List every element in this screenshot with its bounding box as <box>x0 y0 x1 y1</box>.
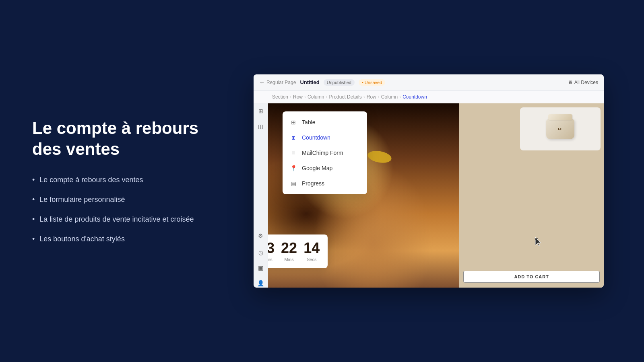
dropdown-item-countdown-label: Countdown <box>302 134 330 141</box>
bullet-list: Le compte à rebours des ventesLe formula… <box>32 175 201 245</box>
monitor-icon: 🖥 <box>568 80 573 85</box>
timer-hours-value: 13 <box>268 241 275 255</box>
breadcrumb-row2[interactable]: Row <box>367 94 376 100</box>
jar-lid <box>548 114 572 120</box>
timer-hours: 13 Hours <box>268 241 275 262</box>
timer-secs-value: 14 <box>303 241 320 255</box>
dropdown-item-mailchimp-label: MailChimp Form <box>302 150 343 156</box>
product-jar: EH <box>542 114 578 144</box>
browser-topbar: ← Regular Page Untitled Unpublished Unsa… <box>254 74 604 90</box>
dropdown-item-countdown[interactable]: ⧗ Countdown <box>283 130 367 145</box>
bullet-item: La liste de produits de vente incitative… <box>32 214 201 225</box>
sep4: › <box>363 94 365 100</box>
dropdown-item-table-label: Table <box>302 119 315 125</box>
unsaved-badge: Unsaved <box>359 79 385 86</box>
timer-hours-label: Hours <box>268 257 272 262</box>
sidebar-user-icon[interactable]: 👤 <box>256 279 265 288</box>
sep5: › <box>378 94 380 100</box>
right-panel: ← Regular Page Untitled Unpublished Unsa… <box>225 66 644 296</box>
product-area: EH ADD TO CART <box>459 103 604 288</box>
sidebar-icons: ⊞ ◫ ⚙ ◷ ▣ 👤 <box>254 103 268 288</box>
sidebar-layers-icon[interactable]: ◫ <box>256 122 265 131</box>
breadcrumb-countdown[interactable]: Countdown <box>402 94 427 100</box>
breadcrumb-column1[interactable]: Column <box>308 94 324 100</box>
map-icon: 📍 <box>290 165 297 172</box>
dropdown-item-progress-label: Progress <box>302 180 324 187</box>
countdown-icon: ⧗ <box>290 134 297 141</box>
dropdown-menu: ⊞ Table ⧗ Countdown ≡ MailChimp Form 📍 G… <box>283 111 367 194</box>
timer-mins: 22 Mins <box>281 241 297 262</box>
progress-icon: ▤ <box>290 180 297 187</box>
sep1: › <box>290 94 291 100</box>
browser-window: ← Regular Page Untitled Unpublished Unsa… <box>254 74 604 288</box>
dropdown-item-googlemap-label: Google Map <box>302 165 332 171</box>
breadcrumb-bar: Section › Row › Column › Product Details… <box>254 90 604 103</box>
sep6: › <box>399 94 401 100</box>
sep3: › <box>326 94 327 100</box>
all-devices[interactable]: 🖥 All Devices <box>568 80 598 85</box>
timer-secs-label: Secs <box>307 257 316 262</box>
sidebar-clock-icon[interactable]: ◷ <box>256 248 265 257</box>
back-arrow-icon: ← <box>259 79 265 86</box>
page-content: EH ADD TO CART 03 Days 13 Hour <box>268 103 604 288</box>
breadcrumb-section[interactable]: Section <box>272 94 288 100</box>
sidebar-image-icon[interactable]: ▣ <box>256 263 265 272</box>
mailchimp-icon: ≡ <box>290 149 297 156</box>
cursor <box>535 237 543 245</box>
dropdown-item-mailchimp[interactable]: ≡ MailChimp Form <box>283 145 367 160</box>
sidebar-grid-icon[interactable]: ⊞ <box>256 107 265 115</box>
bullet-item: Les boutons d'achat stylés <box>32 234 201 245</box>
timer-secs: 14 Secs <box>303 241 320 262</box>
jar-body: EH <box>546 119 574 139</box>
browser-back[interactable]: ← Regular Page <box>259 79 296 86</box>
all-devices-label: All Devices <box>574 80 598 85</box>
breadcrumb-row1[interactable]: Row <box>293 94 303 100</box>
dropdown-item-googlemap[interactable]: 📍 Google Map <box>283 160 367 176</box>
page-title: Untitled <box>300 79 319 85</box>
browser-content: ⊞ ◫ ⚙ ◷ ▣ 👤 <box>254 103 604 288</box>
breadcrumb-column2[interactable]: Column <box>381 94 398 100</box>
timer-mins-value: 22 <box>281 241 297 255</box>
unpublished-badge: Unpublished <box>324 79 355 86</box>
timer-mins-label: Mins <box>285 257 294 262</box>
left-panel: Le compte à rebours des ventes Le compte… <box>0 94 225 269</box>
product-card: EH <box>520 107 601 150</box>
page-label: Regular Page <box>266 80 296 85</box>
dropdown-item-progress[interactable]: ▤ Progress <box>283 176 367 191</box>
bullet-item: Le formulaire personnalisé <box>32 194 201 205</box>
countdown-timer: 03 Days 13 Hours 22 Mins 14 Secs <box>268 234 328 268</box>
sidebar-settings-icon[interactable]: ⚙ <box>256 231 265 240</box>
sep2: › <box>304 94 306 100</box>
dropdown-item-table[interactable]: ⊞ Table <box>283 115 367 130</box>
bullet-item: Le compte à rebours des ventes <box>32 175 201 185</box>
main-title: Le compte à rebours des ventes <box>32 118 201 160</box>
table-icon: ⊞ <box>290 119 297 126</box>
add-to-cart-button[interactable]: ADD TO CART <box>463 271 600 283</box>
jar-label: EH <box>558 127 562 131</box>
breadcrumb-product-details[interactable]: Product Details <box>329 94 361 100</box>
